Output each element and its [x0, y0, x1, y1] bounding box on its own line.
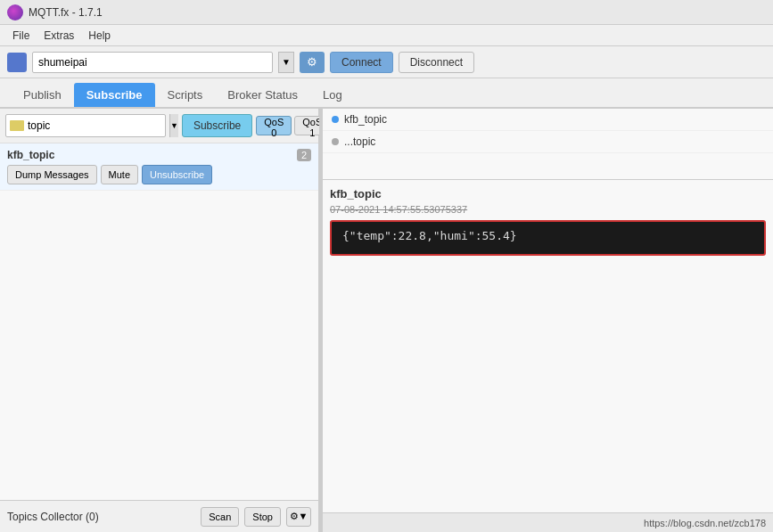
- tab-broker-status[interactable]: Broker Status: [215, 83, 310, 107]
- dump-messages-button[interactable]: Dump Messages: [7, 165, 97, 184]
- tab-bar: Publish Subscribe Scripts Broker Status …: [0, 78, 773, 109]
- message-timestamp: 07-08-2021 14:57:55.53075337: [330, 204, 766, 215]
- sub-actions: Dump Messages Mute Unsubscribe: [7, 165, 311, 184]
- message-topic-label: kfb_topic: [330, 187, 766, 201]
- connection-bar: ▼ ⚙ Connect Disconnect: [0, 46, 773, 78]
- tab-publish[interactable]: Publish: [11, 83, 74, 107]
- message-box: {"temp":22.8,"humi":55.4}: [330, 220, 766, 256]
- topic-dot: [332, 138, 339, 145]
- topic-list-area: kfb_topic ...topic: [323, 109, 773, 180]
- disconnect-button[interactable]: Disconnect: [399, 52, 474, 73]
- sub-name: kfb_topic: [7, 149, 54, 161]
- qos0-button[interactable]: QoS 0: [256, 116, 292, 135]
- topic-dropdown-arrow[interactable]: ▼: [169, 114, 178, 137]
- sub-badge: 2: [297, 149, 311, 161]
- subscription-item[interactable]: kfb_topic 2 Dump Messages Mute Unsubscri…: [0, 143, 318, 191]
- mute-button[interactable]: Mute: [101, 165, 138, 184]
- left-panel: ▼ Subscribe QoS 0 QoS 1 QoS 2 kfb_topic …: [0, 109, 319, 532]
- title-bar: MQTT.fx - 1.7.1: [0, 0, 773, 25]
- sub-header: kfb_topic 2: [7, 149, 311, 161]
- collector-settings-button[interactable]: ⚙▼: [286, 507, 311, 527]
- topic-list-label-kfb: kfb_topic: [344, 113, 387, 126]
- gear-button[interactable]: ⚙: [300, 52, 325, 73]
- collector-bar: Topics Collector (0) Scan Stop ⚙▼: [0, 500, 318, 532]
- scan-button[interactable]: Scan: [201, 507, 239, 527]
- right-panel: kfb_topic ...topic kfb_topic 07-08-2021 …: [323, 109, 773, 532]
- topic-input[interactable]: [28, 119, 161, 132]
- tab-subscribe[interactable]: Subscribe: [74, 83, 155, 107]
- app-title: MQTT.fx - 1.7.1: [29, 6, 103, 19]
- tab-scripts[interactable]: Scripts: [155, 83, 216, 107]
- topic-list-item-dots[interactable]: ...topic: [323, 131, 773, 153]
- topic-list-item-kfb[interactable]: kfb_topic: [323, 109, 773, 131]
- topic-input-wrap: [5, 114, 166, 137]
- status-bar: https://blog.csdn.net/zcb178: [323, 512, 773, 532]
- tab-log[interactable]: Log: [310, 83, 355, 107]
- folder-icon: [10, 120, 24, 131]
- connection-profile-input[interactable]: [32, 52, 273, 73]
- stop-button[interactable]: Stop: [244, 507, 281, 527]
- collector-label: Topics Collector (0): [7, 511, 195, 523]
- topic-dot-active: [332, 116, 339, 123]
- profile-icon: [7, 53, 27, 72]
- unsubscribe-button[interactable]: Unsubscribe: [142, 165, 212, 184]
- menu-bar: File Extras Help: [0, 25, 773, 46]
- message-display: kfb_topic 07-08-2021 14:57:55.53075337 {…: [323, 180, 773, 512]
- menu-file[interactable]: File: [5, 28, 37, 44]
- app-icon: [7, 4, 23, 20]
- topic-list-label-dots: ...topic: [344, 135, 375, 148]
- menu-help[interactable]: Help: [81, 28, 118, 44]
- connection-dropdown-arrow[interactable]: ▼: [278, 52, 294, 73]
- subscriptions-area: kfb_topic 2 Dump Messages Mute Unsubscri…: [0, 143, 318, 500]
- menu-extras[interactable]: Extras: [37, 28, 81, 44]
- subscribe-button[interactable]: Subscribe: [182, 114, 252, 137]
- connect-button[interactable]: Connect: [330, 52, 393, 73]
- main-content: ▼ Subscribe QoS 0 QoS 1 QoS 2 kfb_topic …: [0, 109, 773, 532]
- topic-row: ▼ Subscribe QoS 0 QoS 1 QoS 2: [0, 109, 318, 143]
- status-url: https://blog.csdn.net/zcb178: [644, 518, 766, 528]
